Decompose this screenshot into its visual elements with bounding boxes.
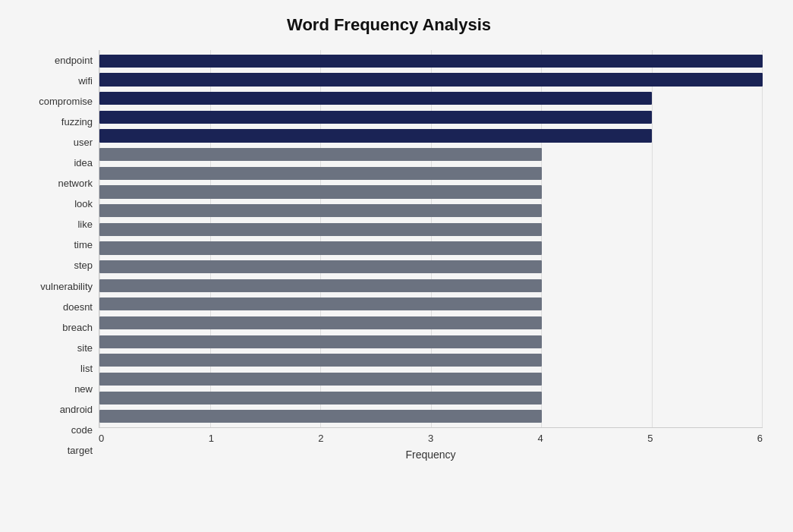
y-label: time — [74, 240, 93, 250]
bar — [99, 279, 542, 292]
x-tick-label: 6 — [757, 433, 763, 444]
y-label: target — [68, 445, 93, 455]
bar — [99, 185, 542, 198]
bar-row — [99, 276, 763, 295]
y-label: site — [77, 343, 93, 353]
y-label: wifi — [78, 76, 93, 86]
bar — [99, 354, 542, 367]
y-label: user — [74, 137, 93, 147]
bar — [99, 410, 542, 423]
x-tick-label: 2 — [318, 433, 323, 444]
bar — [99, 73, 763, 86]
bar-row — [99, 89, 763, 108]
y-label: doesnt — [63, 302, 93, 312]
y-label: breach — [62, 323, 93, 332]
bars-area — [99, 50, 763, 428]
bar-row — [99, 389, 763, 408]
y-label: step — [74, 260, 93, 270]
y-label: endpoint — [55, 55, 93, 65]
y-label: network — [58, 178, 93, 188]
bar — [99, 204, 542, 217]
bar — [99, 373, 542, 386]
bar — [99, 148, 542, 161]
y-label: idea — [74, 158, 93, 168]
bar-row — [99, 201, 763, 220]
bar-row — [99, 407, 763, 426]
bar-row — [99, 332, 763, 351]
y-label: new — [74, 384, 93, 394]
bar — [99, 223, 542, 236]
bar-row — [99, 257, 763, 276]
y-label: fuzzing — [61, 117, 93, 127]
x-tick-label: 1 — [209, 433, 214, 444]
chart-title: Word Frequency Analysis — [15, 15, 763, 35]
bar-row — [99, 108, 763, 127]
y-label: vulnerability — [40, 282, 93, 291]
bar — [99, 55, 763, 68]
bar-row — [99, 220, 763, 239]
bar-row — [99, 52, 763, 71]
bar-row — [99, 145, 763, 164]
bar-row — [99, 164, 763, 183]
x-axis-labels: 0123456 — [99, 428, 763, 445]
bar — [99, 297, 542, 310]
x-tick-label: 4 — [538, 433, 543, 444]
x-axis-title: Frequency — [99, 449, 763, 461]
y-label: compromise — [39, 96, 93, 106]
bar — [99, 260, 542, 273]
bar — [99, 167, 542, 180]
bars-wrapper — [99, 50, 763, 427]
y-label: look — [74, 199, 93, 209]
bar — [99, 241, 542, 254]
bar — [99, 335, 542, 348]
y-label: list — [80, 364, 93, 373]
y-label: code — [71, 425, 93, 435]
bar — [99, 316, 542, 329]
bar-row — [99, 370, 763, 389]
bar-row — [99, 295, 763, 314]
y-label: like — [77, 219, 93, 229]
bar-row — [99, 127, 763, 146]
bar-row — [99, 313, 763, 332]
y-label: android — [60, 405, 93, 414]
x-tick-label: 0 — [99, 433, 104, 444]
bar-row — [99, 71, 763, 90]
bar-row — [99, 239, 763, 258]
y-axis-labels: endpointwificompromisefuzzinguserideanet… — [15, 50, 99, 461]
bars-and-xaxis: 0123456 Frequency — [99, 50, 763, 461]
bar-row — [99, 183, 763, 202]
x-tick-label: 3 — [428, 433, 433, 444]
chart-container: Word Frequency Analysis endpointwificomp… — [0, 0, 793, 532]
bar — [99, 111, 652, 124]
x-tick-label: 5 — [647, 433, 653, 444]
bar — [99, 129, 652, 142]
chart-area: endpointwificompromisefuzzinguserideanet… — [15, 50, 763, 461]
bar — [99, 92, 652, 105]
bar — [99, 392, 542, 405]
bar-row — [99, 351, 763, 370]
